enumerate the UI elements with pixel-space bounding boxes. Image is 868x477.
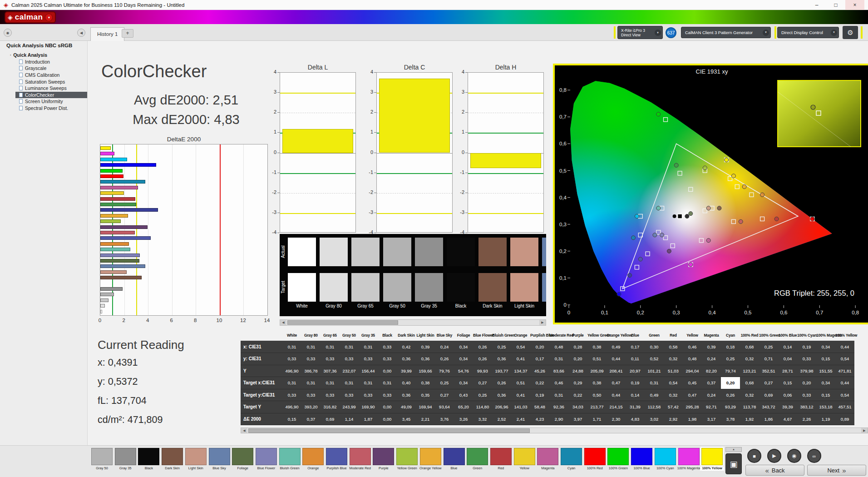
cell[interactable]: 393,20 <box>301 401 321 413</box>
cell[interactable]: 0,33 <box>797 353 816 365</box>
cell[interactable]: 0,40 <box>397 377 416 389</box>
cell[interactable]: 0,31 <box>321 341 340 353</box>
cell[interactable]: 206,96 <box>492 401 511 413</box>
cell[interactable]: 0,31 <box>282 377 301 389</box>
cell[interactable]: 0,31 <box>645 377 664 389</box>
cell[interactable]: 3,45 <box>397 413 416 425</box>
scroll-right-icon[interactable]: ▶ <box>861 428 868 433</box>
cell[interactable]: 0,33 <box>340 389 359 401</box>
cell[interactable]: 0,46 <box>549 377 568 389</box>
sidebar-item-luminance-sweeps[interactable]: Luminance Sweeps <box>0 85 87 92</box>
meter-dropdown[interactable]: X-Rite i1Pro 3 Direct View ▼ <box>617 26 663 39</box>
loop-button[interactable]: ∞ <box>807 449 821 463</box>
scrollbar-thumb[interactable] <box>287 320 398 325</box>
cell[interactable]: 0,33 <box>359 389 378 401</box>
cell[interactable]: 208,41 <box>607 365 626 377</box>
cell[interactable]: 0,27 <box>759 377 778 389</box>
cell[interactable]: 0,33 <box>301 389 321 401</box>
cell[interactable]: 0,36 <box>397 389 416 401</box>
cell[interactable]: 205,09 <box>587 365 607 377</box>
cell[interactable]: 0,54 <box>664 377 683 389</box>
cell[interactable]: 0,25 <box>759 341 778 353</box>
cell[interactable]: 0,17 <box>530 353 549 365</box>
cell[interactable]: 193,77 <box>492 365 511 377</box>
cell[interactable]: 0,14 <box>778 341 797 353</box>
cell[interactable]: 92,71 <box>702 401 721 413</box>
cell[interactable]: 3,26 <box>454 413 473 425</box>
cell[interactable]: 379,98 <box>797 365 816 377</box>
cell[interactable]: 0,34 <box>816 377 835 389</box>
cell[interactable]: 169,94 <box>416 401 435 413</box>
cell[interactable]: 0,19 <box>797 341 816 353</box>
cell[interactable]: 93,64 <box>435 401 454 413</box>
cell[interactable]: 0,22 <box>530 377 549 389</box>
cell[interactable]: 0,89 <box>835 413 854 425</box>
cell[interactable]: 0,33 <box>301 353 321 365</box>
cell[interactable]: 471,81 <box>835 365 854 377</box>
sidebar-item-cms-calibration[interactable]: CMS Calibration <box>0 72 87 79</box>
cell[interactable]: 214,15 <box>607 401 626 413</box>
cell[interactable]: 1,19 <box>816 413 835 425</box>
cell[interactable]: 112,58 <box>645 401 664 413</box>
cell[interactable]: 0,33 <box>797 389 816 401</box>
cell[interactable]: 0,00 <box>378 401 397 413</box>
cell[interactable]: 1,98 <box>683 413 702 425</box>
cell[interactable]: 0,32 <box>740 353 759 365</box>
scroll-right-icon[interactable]: ▶ <box>539 320 546 325</box>
cell[interactable]: 0,51 <box>511 377 530 389</box>
scroll-left-icon[interactable]: ◀ <box>280 320 286 325</box>
cell[interactable]: 0,26 <box>435 353 454 365</box>
cell[interactable]: 0,39 <box>416 341 435 353</box>
cell[interactable]: 169,90 <box>359 401 378 413</box>
cell[interactable]: 0,27 <box>435 389 454 401</box>
cell[interactable]: 4,67 <box>778 413 797 425</box>
cell[interactable]: 0,33 <box>340 353 359 365</box>
cell[interactable]: 0,37 <box>301 413 321 425</box>
cell[interactable]: 383,12 <box>797 401 816 413</box>
reading-count-badge[interactable]: 637 <box>666 27 676 38</box>
cell[interactable]: 58,48 <box>530 401 549 413</box>
cell[interactable]: 2,41 <box>511 413 530 425</box>
cell[interactable]: 0,50 <box>587 389 607 401</box>
cell[interactable]: 83,66 <box>549 365 568 377</box>
cell[interactable]: 0,29 <box>568 377 587 389</box>
cell[interactable]: 51,03 <box>664 365 683 377</box>
cell[interactable]: 0,36 <box>397 353 416 365</box>
cell[interactable]: 2,26 <box>797 413 816 425</box>
cell[interactable]: 82,20 <box>702 365 721 377</box>
close-button[interactable]: × <box>845 0 864 10</box>
cell[interactable]: 0,37 <box>702 377 721 389</box>
cell[interactable]: 3,78 <box>721 413 740 425</box>
cell[interactable]: 65,20 <box>454 401 473 413</box>
cell[interactable]: 0,41 <box>511 353 530 365</box>
logo-menu-button[interactable]: ▼ <box>45 14 53 21</box>
cell[interactable]: 24,88 <box>568 365 587 377</box>
cell[interactable]: 0,32 <box>664 353 683 365</box>
display-control-dropdown[interactable]: Direct Display Control ▼ <box>777 27 839 38</box>
cell[interactable]: 213,77 <box>587 401 607 413</box>
cell[interactable]: 0,33 <box>378 341 397 353</box>
cell[interactable]: 316,82 <box>321 401 340 413</box>
cell[interactable]: 0,31 <box>378 377 397 389</box>
cell[interactable]: 0,38 <box>587 341 607 353</box>
cell[interactable]: 0,34 <box>454 341 473 353</box>
cell[interactable]: 153,18 <box>816 401 835 413</box>
camera-button[interactable]: ◉ <box>787 449 801 463</box>
cell[interactable]: 93,29 <box>721 401 740 413</box>
cell[interactable]: 2,30 <box>607 413 626 425</box>
cell[interactable]: 0,19 <box>626 377 645 389</box>
cell[interactable]: 496,90 <box>282 365 301 377</box>
cell[interactable]: 156,44 <box>359 365 378 377</box>
cell[interactable]: 295,28 <box>683 401 702 413</box>
cell[interactable]: 159,66 <box>416 365 435 377</box>
cell[interactable]: 1,14 <box>340 413 359 425</box>
cell[interactable]: 20,97 <box>626 365 645 377</box>
cell[interactable]: 0,71 <box>759 353 778 365</box>
cell[interactable]: 113,78 <box>740 401 759 413</box>
cell[interactable]: 0,15 <box>282 413 301 425</box>
stop-button[interactable]: ■ <box>747 449 761 463</box>
cell[interactable]: 92,36 <box>549 401 568 413</box>
cell[interactable]: 0,33 <box>282 389 301 401</box>
cell[interactable]: 0,35 <box>416 389 435 401</box>
swatch-grid-scrollbar[interactable]: ◀ ▶ <box>280 319 546 326</box>
